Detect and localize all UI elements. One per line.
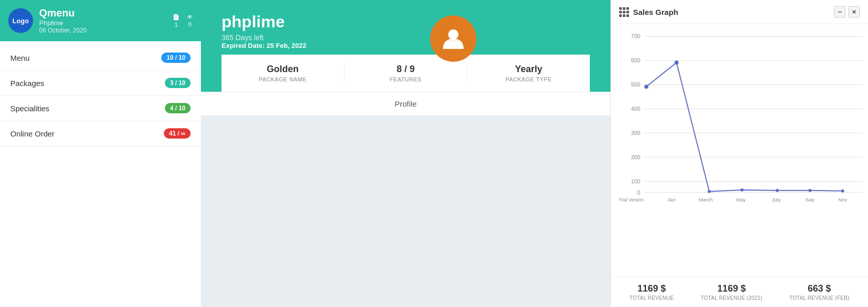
package-name-value: Golden [222,64,344,75]
svg-text:Jan: Jan [668,197,676,202]
total-revenue-label: TOTAL REVENUE [629,295,674,301]
menu-label: Menu [10,54,30,62]
svg-point-24 [841,190,844,193]
graph-controls: − × [834,6,860,18]
logo: Logo [8,8,33,33]
svg-text:Nov: Nov [838,197,847,202]
profile-name: phplime [222,12,307,31]
revenue-total: 1169 $ TOTAL REVENUE [629,283,674,301]
total-revenue-amount: 1169 $ [629,283,674,294]
svg-text:May: May [736,197,746,202]
graph-footer: 1169 $ TOTAL REVENUE 1169 $ TOTAL REVENU… [611,277,868,307]
brand-name: Qmenu [39,7,166,19]
specialities-badge: 4 / 10 [165,103,191,113]
document-icon: 📄 [173,14,180,21]
sidebar-item-menu[interactable]: Menu 10 / 10 [0,45,201,71]
package-type-value: Yearly [467,64,590,75]
features-value: 8 / 9 [345,64,467,75]
svg-text:300: 300 [631,130,640,136]
svg-text:Trial Version: Trial Version [619,197,644,202]
main-content: phplime 365 Days left Expired Date: 25 F… [201,0,610,307]
graph-area: 700 600 500 400 300 200 100 0 Trial Vers… [611,24,868,277]
profile-card: phplime 365 Days left Expired Date: 25 F… [201,0,610,92]
graph-title: Sales Graph [619,7,678,17]
svg-text:July: July [772,197,780,202]
sidebar-icon-group: 📄 1 👁 0 [173,14,193,28]
days-left: 365 Days left [222,33,307,42]
svg-text:500: 500 [631,81,640,88]
avatar [430,15,476,62]
profile-top: phplime 365 Days left Expired Date: 25 F… [222,12,590,55]
revenue-feb-label: TOTAL REVENUE (FEB) [789,295,849,301]
online-order-label: Online Order [10,129,55,138]
eye-count: 0 [188,21,191,27]
package-name-label: PACKAGE NAME [222,76,344,82]
stat-package-type: Yearly PACKAGE TYPE [467,64,590,82]
profile-tab[interactable]: Profile [201,92,610,115]
menu-badge: 10 / 10 [161,53,191,63]
sidebar-brand-info: Qmenu Phplime 08 October, 2020 [39,7,166,34]
revenue-2021-amount: 1169 $ [701,283,762,294]
sidebar-item-packages[interactable]: Packages 3 / 10 [0,71,201,96]
eye-icon: 👁 [187,14,193,20]
svg-text:700: 700 [631,33,640,40]
profile-info: phplime 365 Days left Expired Date: 25 F… [222,12,307,49]
svg-text:Sep: Sep [806,197,815,202]
svg-text:March: March [699,197,712,202]
sidebar-item-specialities[interactable]: Specialities 4 / 10 [0,96,201,121]
package-type-label: PACKAGE TYPE [467,76,590,82]
sidebar-date: 08 October, 2020 [39,27,166,34]
profile-stats: Golden PACKAGE NAME 8 / 9 FEATURES Yearl… [222,55,590,92]
sales-chart: 700 600 500 400 300 200 100 0 Trial Vers… [616,29,863,204]
stat-package-name: Golden PACKAGE NAME [222,64,345,82]
packages-badge: 3 / 10 [165,78,191,88]
svg-text:200: 200 [631,154,640,160]
minimize-button[interactable]: − [834,6,845,18]
svg-point-23 [808,189,811,192]
svg-text:400: 400 [631,106,640,112]
online-order-badge: 41 / ∞ [164,128,191,139]
svg-point-22 [776,189,779,192]
expired-date: Expired Date: 25 Feb, 2022 [222,42,307,49]
expired-label: Expired Date: [222,42,265,49]
sidebar: Logo Qmenu Phplime 08 October, 2020 📄 1 … [0,0,201,307]
packages-label: Packages [10,79,44,88]
sidebar-header: Logo Qmenu Phplime 08 October, 2020 📄 1 … [0,0,201,41]
svg-text:0: 0 [637,190,640,196]
specialities-label: Specialities [10,104,49,113]
sidebar-user: Phplime [39,19,166,27]
doc-count: 1 [175,22,178,28]
svg-point-21 [740,189,743,192]
content-area [201,115,610,307]
svg-point-20 [708,190,711,193]
sales-graph-panel: Sales Graph − × 700 600 500 400 300 200 … [610,0,868,307]
close-button[interactable]: × [848,6,860,18]
grid-icon [619,7,629,17]
sidebar-item-online-order[interactable]: Online Order 41 / ∞ [0,121,201,146]
revenue-2021-label: TOTAL REVENUE (2021) [701,295,762,301]
expired-date-value: 25 Feb, 2022 [266,42,306,49]
graph-header: Sales Graph − × [611,0,868,24]
graph-title-text: Sales Graph [633,8,678,16]
svg-point-18 [644,84,649,89]
svg-text:100: 100 [631,178,640,184]
revenue-feb: 663 $ TOTAL REVENUE (FEB) [789,283,849,301]
revenue-feb-amount: 663 $ [789,283,849,294]
svg-text:600: 600 [631,57,640,63]
svg-point-19 [674,61,678,65]
revenue-2021: 1169 $ TOTAL REVENUE (2021) [701,283,762,301]
stat-features: 8 / 9 FEATURES [345,64,468,82]
svg-point-0 [448,29,458,40]
user-icon [440,25,467,52]
features-label: FEATURES [345,76,467,82]
profile-tab-label: Profile [395,99,417,108]
sidebar-nav: Menu 10 / 10 Packages 3 / 10 Specialitie… [0,41,201,150]
